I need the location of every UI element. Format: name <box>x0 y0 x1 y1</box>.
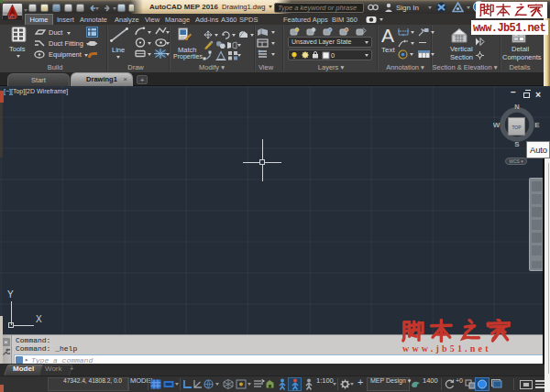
svg-text:S: S <box>514 140 520 148</box>
svg-text:W: W <box>493 121 500 129</box>
svg-text:N: N <box>514 103 519 111</box>
svg-text:E: E <box>534 121 540 129</box>
